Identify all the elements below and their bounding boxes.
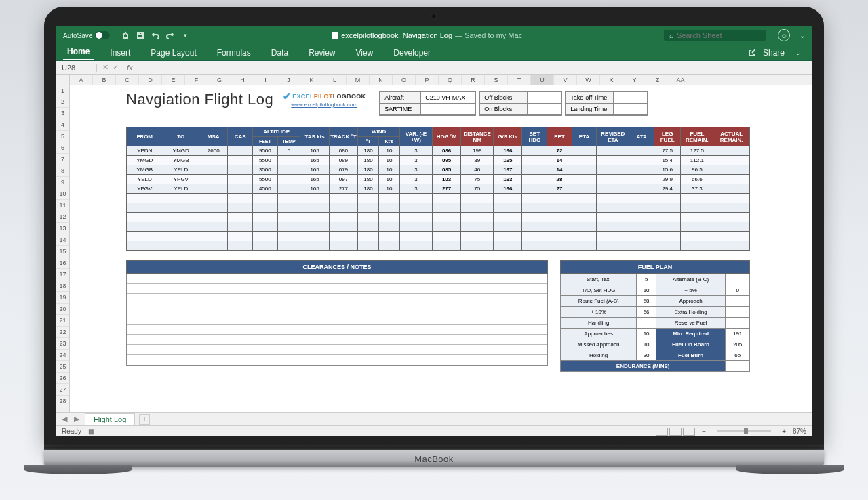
laptop-hinge <box>44 444 824 450</box>
page-break-view-icon[interactable] <box>683 428 695 436</box>
clearances-section: CLEARANCES / NOTES <box>126 260 548 366</box>
laptop-frame: AutoSave ▾ excelpilotlogbook_Navigation … <box>44 7 824 467</box>
fuel-plan-section: FUEL PLAN Start, Taxi5Alternate (B-C)T/O… <box>560 260 750 372</box>
column-headers[interactable]: ABCDEFGHIJKLMNOPQRSTUVWXYZAA <box>70 75 812 85</box>
share-button[interactable]: Share ⌄ <box>748 45 805 60</box>
window-title: excelpilotlogbook_Navigation Log — Saved… <box>197 31 657 39</box>
tab-home[interactable]: Home <box>63 44 94 60</box>
sheet-prev-icon[interactable]: ◀ <box>60 415 68 423</box>
autosave-label: AutoSave <box>63 32 92 39</box>
switch-off-icon[interactable] <box>95 31 110 39</box>
select-all-corner[interactable] <box>56 75 70 85</box>
clearances-header: CLEARANCES / NOTES <box>126 260 548 274</box>
chevron-down-icon[interactable]: ⌄ <box>800 32 805 39</box>
autosave-toggle[interactable]: AutoSave <box>63 31 110 39</box>
macbook-label: MacBook <box>414 454 454 464</box>
page-title: Navgiation Flight Log <box>126 91 273 108</box>
clearances-rows[interactable] <box>126 274 548 366</box>
info-boxes: AircraftC210 VH-MAXSARTIMEOff BlocksOn B… <box>379 91 648 116</box>
home-icon[interactable] <box>121 30 130 40</box>
save-status: — Saved to my Mac <box>455 31 522 39</box>
ribbon-tabs: Home Insert Page Layout Formulas Data Re… <box>56 45 812 61</box>
navigation-table[interactable]: FROMTOMSACASALTITUDETAS ktsTRACK °TWINDV… <box>126 127 750 251</box>
tab-formulas[interactable]: Formulas <box>213 45 255 60</box>
undo-icon[interactable] <box>151 30 160 40</box>
check-icon: ✔ <box>283 91 291 102</box>
page-layout-view-icon[interactable] <box>669 428 682 436</box>
laptop-base: MacBook <box>44 450 824 467</box>
screen-bezel: AutoSave ▾ excelpilotlogbook_Navigation … <box>44 7 824 444</box>
tab-page-layout[interactable]: Page Layout <box>146 45 200 60</box>
status-ready: Ready <box>62 428 81 435</box>
excel-file-icon <box>332 32 338 39</box>
quick-access-toolbar: ▾ <box>121 30 190 40</box>
zoom-out-button[interactable]: − <box>702 428 706 435</box>
logo-link[interactable]: www.excelpilotlogbook.com <box>291 102 357 108</box>
name-box[interactable]: U28 <box>56 64 97 72</box>
save-icon[interactable] <box>136 30 145 40</box>
feedback-icon[interactable]: ☺ <box>778 29 790 41</box>
sheet-tab-bar: ◀ ▶ Flight Log ＋ <box>56 412 812 425</box>
formula-bar: U28 ✕ ✓ fx <box>56 61 812 75</box>
zoom-in-button[interactable]: + <box>782 428 786 435</box>
zoom-slider[interactable] <box>717 430 771 432</box>
titlebar: AutoSave ▾ excelpilotlogbook_Navigation … <box>56 26 812 45</box>
redo-icon[interactable] <box>165 30 175 40</box>
confirm-icon[interactable]: ✓ <box>113 63 119 72</box>
macro-icon[interactable]: ▦ <box>88 428 94 435</box>
sheet-tab-flight-log[interactable]: Flight Log <box>85 413 135 425</box>
chevron-down-icon[interactable]: ▾ <box>180 30 190 40</box>
add-sheet-button[interactable]: ＋ <box>139 414 150 425</box>
search-field[interactable] <box>677 31 760 39</box>
status-bar: Ready ▦ − + 87% <box>56 425 812 436</box>
normal-view-icon[interactable] <box>656 428 668 436</box>
share-icon <box>748 49 756 57</box>
zoom-level[interactable]: 87% <box>793 428 806 435</box>
fuel-plan-header: FUEL PLAN <box>560 260 750 274</box>
tab-data[interactable]: Data <box>267 45 292 60</box>
search-input[interactable]: ⌕ <box>664 30 766 41</box>
document-name: excelpilotlogbook_Navigation Log <box>341 31 452 39</box>
flight-log-document: Navgiation Flight Log ✔ EXCELPILOTLOGBOO… <box>126 91 750 372</box>
fuel-plan-table[interactable]: Start, Taxi5Alternate (B-C)T/O, Set HDG1… <box>560 274 750 372</box>
view-switcher[interactable] <box>656 428 695 436</box>
spreadsheet-grid[interactable]: 1234567891011121314151617181920212223242… <box>56 75 812 425</box>
fx-label: fx <box>127 64 133 72</box>
tab-insert[interactable]: Insert <box>106 45 134 60</box>
share-label: Share <box>759 45 789 60</box>
app-window: AutoSave ▾ excelpilotlogbook_Navigation … <box>56 26 812 436</box>
logo: ✔ EXCELPILOTLOGBOOK www.excelpilotlogboo… <box>283 91 366 108</box>
sheet-next-icon[interactable]: ▶ <box>73 415 81 423</box>
camera-icon <box>431 14 437 19</box>
tab-developer[interactable]: Developer <box>389 45 435 60</box>
cancel-icon[interactable]: ✕ <box>102 63 108 72</box>
tab-review[interactable]: Review <box>304 45 339 60</box>
tab-view[interactable]: View <box>351 45 377 60</box>
search-icon: ⌕ <box>669 31 674 39</box>
row-headers[interactable]: 1234567891011121314151617181920212223242… <box>56 85 70 425</box>
